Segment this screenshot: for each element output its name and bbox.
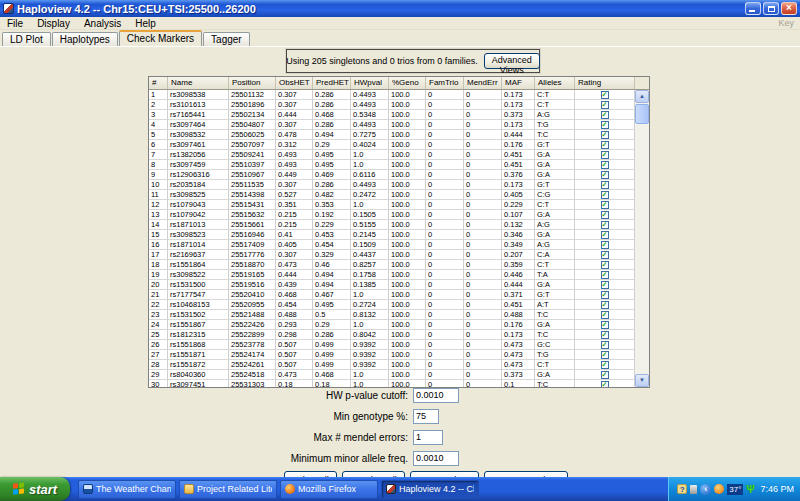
column-header-menderr[interactable]: MendErr	[464, 77, 502, 89]
table-row[interactable]: 3rs7165441255021340.4440.4680.5348100.00…	[149, 110, 635, 120]
task-button-the-weather-channe[interactable]: The Weather Channe...	[78, 480, 176, 499]
rating-checkbox[interactable]: ✓	[601, 151, 609, 159]
table-row[interactable]: 12rs1079043255154310.3510.3531.0100.0000…	[149, 200, 635, 210]
rating-checkbox[interactable]: ✓	[601, 371, 609, 379]
column-header-obshet[interactable]: ObsHET	[276, 77, 313, 89]
tab-haplotypes[interactable]: Haplotypes	[52, 32, 118, 46]
rating-checkbox[interactable]: ✓	[601, 361, 609, 369]
rating-checkbox[interactable]: ✓	[601, 111, 609, 119]
input-min-genotype[interactable]	[413, 409, 439, 424]
advanced-views-button[interactable]: Advanced Views	[484, 53, 540, 69]
column-header-[interactable]: #	[149, 77, 168, 89]
start-button[interactable]: start	[0, 477, 70, 501]
column-header-maf[interactable]: MAF	[502, 77, 535, 89]
table-row[interactable]: 15rs3098523255169460.410.4530.2145100.00…	[149, 230, 635, 240]
rating-checkbox[interactable]: ✓	[601, 211, 609, 219]
rating-checkbox[interactable]: ✓	[601, 311, 609, 319]
task-button-project-related-litera[interactable]: Project Related Litera...	[179, 480, 277, 499]
table-row[interactable]: 5rs3098532255060250.4780.4940.7275100.00…	[149, 130, 635, 140]
table-row[interactable]: 11rs3098525255143980.5270.4820.2472100.0…	[149, 190, 635, 200]
rating-checkbox[interactable]: ✓	[601, 171, 609, 179]
rating-checkbox[interactable]: ✓	[601, 251, 609, 259]
table-row[interactable]: 4rs3097464255048070.3070.2860.4493100.00…	[149, 120, 635, 130]
task-button-mozilla-firefox[interactable]: Mozilla Firefox	[280, 480, 378, 499]
column-header-name[interactable]: Name	[168, 77, 229, 89]
rating-checkbox[interactable]: ✓	[601, 351, 609, 359]
rating-checkbox[interactable]: ✓	[601, 321, 609, 329]
table-row[interactable]: 26rs1551868255237780.5070.4990.9392100.0…	[149, 340, 635, 350]
tab-check-markers[interactable]: Check Markers	[119, 30, 202, 46]
table-row[interactable]: 1rs3098538255011320.3070.2860.4493100.00…	[149, 90, 635, 100]
restore-button[interactable]	[763, 2, 779, 15]
rating-checkbox[interactable]: ✓	[601, 191, 609, 199]
table-row[interactable]: 8rs3097459255103970.4930.4951.0100.0000.…	[149, 160, 635, 170]
rating-checkbox[interactable]: ✓	[601, 281, 609, 289]
column-header-hwpval[interactable]: HWpval	[351, 77, 389, 89]
table-row[interactable]: 25rs1812315255228990.2980.2860.8042100.0…	[149, 330, 635, 340]
help-tray-icon[interactable]: ?	[677, 484, 687, 494]
column-header-position[interactable]: Position	[229, 77, 276, 89]
tab-ld-plot[interactable]: LD Plot	[2, 32, 51, 46]
rating-checkbox[interactable]: ✓	[601, 341, 609, 349]
menu-display[interactable]: Display	[30, 18, 77, 29]
table-row[interactable]: 9rs12906316255109670.4490.4690.6116100.0…	[149, 170, 635, 180]
rating-checkbox[interactable]: ✓	[601, 261, 609, 269]
table-row[interactable]: 19rs3098522255191650.4440.4940.1758100.0…	[149, 270, 635, 280]
menu-analysis[interactable]: Analysis	[77, 18, 128, 29]
device-tray-icon[interactable]	[690, 485, 697, 494]
table-row[interactable]: 27rs1551871255241740.5070.4990.9392100.0…	[149, 350, 635, 360]
wireless-tray-icon[interactable]: Ψ	[746, 484, 754, 495]
rating-checkbox[interactable]: ✓	[601, 241, 609, 249]
table-row[interactable]: 14rs1871013255156610.2150.2290.5155100.0…	[149, 220, 635, 230]
column-header-rating[interactable]: Rating	[575, 77, 635, 89]
rating-checkbox[interactable]: ✓	[601, 131, 609, 139]
rating-checkbox[interactable]: ✓	[601, 121, 609, 129]
menu-help[interactable]: Help	[128, 18, 163, 29]
table-row[interactable]: 13rs1079042255156320.2150.1920.1505100.0…	[149, 210, 635, 220]
rating-checkbox[interactable]: ✓	[601, 221, 609, 229]
menu-file[interactable]: File	[0, 18, 30, 29]
input-max-mendel-errors[interactable]	[413, 430, 443, 445]
close-button[interactable]: ×	[781, 2, 797, 15]
tray-collapse-chevron-icon[interactable]: ‹	[700, 484, 711, 495]
table-row[interactable]: 22rs10468153255209550.4540.4950.2724100.…	[149, 300, 635, 310]
rating-checkbox[interactable]: ✓	[601, 231, 609, 239]
input-minimum-minor-allele-freq[interactable]	[413, 451, 459, 466]
rating-checkbox[interactable]: ✓	[601, 271, 609, 279]
scroll-thumb[interactable]	[635, 104, 649, 124]
rating-checkbox[interactable]: ✓	[601, 181, 609, 189]
table-row[interactable]: 24rs1551867255224260.2930.291.0100.0000.…	[149, 320, 635, 330]
rating-checkbox[interactable]: ✓	[601, 161, 609, 169]
rating-checkbox[interactable]: ✓	[601, 301, 609, 309]
tab-tagger[interactable]: Tagger	[203, 32, 250, 46]
vertical-scrollbar[interactable]: ▲ ▼	[635, 90, 649, 387]
table-row[interactable]: 7rs1382056255092410.4930.4951.0100.0000.…	[149, 150, 635, 160]
rating-checkbox[interactable]: ✓	[601, 141, 609, 149]
table-row[interactable]: 17rs2169637255177760.3070.3290.4437100.0…	[149, 250, 635, 260]
rating-checkbox[interactable]: ✓	[601, 91, 609, 99]
column-header-famtrio[interactable]: FamTrio	[426, 77, 464, 89]
column-header-alleles[interactable]: Alleles	[535, 77, 575, 89]
table-row[interactable]: 28rs1551872255242610.5070.4990.9392100.0…	[149, 360, 635, 370]
rating-checkbox[interactable]: ✓	[601, 101, 609, 109]
input-hw-p-value-cutoff[interactable]	[413, 388, 459, 403]
table-row[interactable]: 23rs1531502255214880.4880.50.8132100.000…	[149, 310, 635, 320]
task-button-haploview-4-2-chr[interactable]: Haploview 4.2 -- Chr...	[381, 480, 479, 499]
table-row[interactable]: 21rs7177547255204100.4680.4671.0100.0000…	[149, 290, 635, 300]
column-header-geno[interactable]: %Geno	[389, 77, 426, 89]
table-row[interactable]: 6rs3097461255070970.3120.290.4024100.000…	[149, 140, 635, 150]
rating-checkbox[interactable]: ✓	[601, 331, 609, 339]
scroll-up-icon[interactable]: ▲	[635, 90, 649, 103]
table-row[interactable]: 2rs3101613255018960.3070.2860.4493100.00…	[149, 100, 635, 110]
table-row[interactable]: 18rs1551864255188700.4730.460.8257100.00…	[149, 260, 635, 270]
scroll-down-icon[interactable]: ▼	[635, 374, 649, 387]
table-row[interactable]: 10rs2035184255115350.3070.2860.4493100.0…	[149, 180, 635, 190]
minimize-button[interactable]	[745, 2, 761, 15]
rating-checkbox[interactable]: ✓	[601, 291, 609, 299]
rating-checkbox[interactable]: ✓	[601, 201, 609, 209]
weather-tray-icon[interactable]	[714, 484, 724, 494]
table-row[interactable]: 16rs1871014255174090.4050.4540.1509100.0…	[149, 240, 635, 250]
table-row[interactable]: 20rs1531500255195160.4390.4940.1385100.0…	[149, 280, 635, 290]
column-header-predhet[interactable]: PredHET	[313, 77, 351, 89]
table-row[interactable]: 29rs8040360255245180.4730.4681.0100.0000…	[149, 370, 635, 380]
